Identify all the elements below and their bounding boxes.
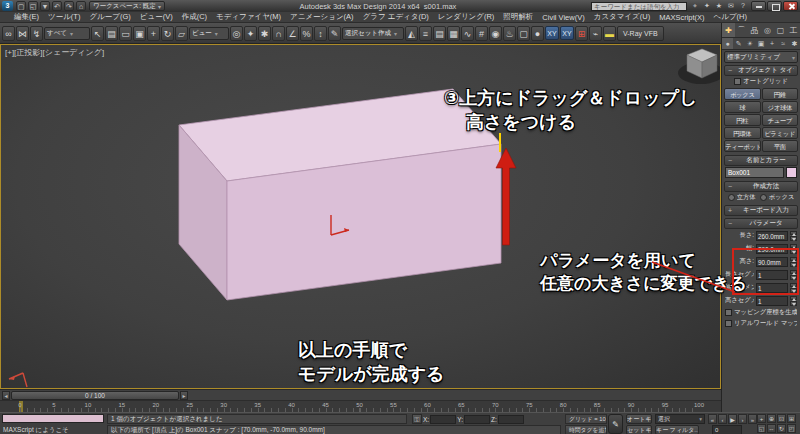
menu-item[interactable]: グループ(G) [89, 12, 130, 22]
menu-item[interactable]: アニメーション(A) [290, 12, 354, 22]
spinner-arrows[interactable] [790, 231, 797, 241]
select-and-move-icon[interactable]: + [147, 26, 160, 41]
select-and-manipulate-icon[interactable]: ✦ [244, 26, 257, 41]
track-bar[interactable]: 0510152025303540455055606570758085909510… [0, 400, 721, 412]
window-crossing-icon[interactable]: ▣ [133, 26, 146, 41]
graphite-ribbon-icon[interactable]: ▦ [447, 26, 460, 41]
maximize-viewport-toggle-icon[interactable]: ◰ [787, 424, 796, 433]
viewport-label[interactable]: [+][正投影][シェーディング] [5, 47, 104, 58]
orbit-icon[interactable]: ↻ [777, 424, 786, 433]
angle-snap-icon[interactable]: ∠ [286, 26, 299, 41]
spinner-arrows[interactable] [790, 296, 797, 306]
x-coordinate-field[interactable] [430, 415, 456, 424]
rollout-name-color[interactable]: − 名前とカラー [724, 155, 798, 166]
parameter-value-field[interactable]: 1 [756, 296, 788, 306]
time-slider-handle[interactable]: 0 / 100 [11, 391, 179, 400]
primitive-button[interactable]: 円錐 [762, 88, 799, 100]
viewport[interactable]: [+][正投影][シェーディング] [0, 44, 721, 389]
zoom-region-icon[interactable]: ◱ [757, 424, 766, 433]
project-folder-icon[interactable]: ⌂ [76, 1, 86, 11]
search-go-icon[interactable]: ⌖ [690, 1, 700, 11]
align-icon[interactable]: ≡ [419, 26, 432, 41]
space-warps-category-icon[interactable]: ≈ [778, 38, 789, 49]
percent-snap-icon[interactable]: % [300, 26, 313, 41]
zoom-extents-all-icon[interactable]: ⊞ [787, 414, 796, 423]
axis-constraint-button[interactable]: XY [560, 26, 574, 40]
menu-item[interactable]: ヘルプ(H) [714, 12, 747, 22]
primitive-button[interactable]: ボックス [724, 88, 761, 100]
utilities-tab[interactable]: 工 [787, 23, 800, 37]
primitive-button[interactable]: 円環体 [724, 127, 761, 139]
display-tab[interactable]: ▢ [774, 23, 787, 37]
menu-item[interactable]: レンダリング(R) [438, 12, 494, 22]
previous-frame-button[interactable]: ‹ [718, 414, 727, 424]
spinner-arrows[interactable] [790, 257, 797, 267]
selection-region-icon[interactable]: ▭ [119, 26, 132, 41]
object-name-field[interactable]: Box001 [725, 167, 784, 178]
yellow-bar-icon[interactable]: ▬ [603, 26, 616, 41]
undo-icon[interactable]: ↶ [52, 1, 62, 11]
key-filters-button[interactable]: キー フィルタ... [655, 425, 699, 434]
vray-vfb-button[interactable]: V-Ray VFB [617, 26, 664, 41]
rollout-object-type[interactable]: − オブジェクト タイプ [724, 65, 798, 76]
creation-method-option[interactable]: 立方体 [728, 193, 756, 202]
hierarchy-tab[interactable]: 品 [748, 23, 761, 37]
render-production-icon[interactable]: ● [531, 26, 544, 41]
rendered-frame-window-icon[interactable]: ▢ [517, 26, 530, 41]
menu-item[interactable]: モディファイヤ(M) [216, 12, 281, 22]
edit-named-selection-sets-icon[interactable]: ✎ [328, 26, 341, 41]
favorites-icon[interactable]: ★ [714, 1, 724, 11]
primitive-button[interactable]: チューブ [762, 114, 799, 126]
previous-frame-arrow[interactable]: ◂ [2, 391, 10, 400]
go-to-end-button[interactable]: » [748, 414, 757, 424]
current-frame-field[interactable]: 0 [712, 425, 742, 434]
menu-item[interactable]: 照明解析 [503, 12, 533, 22]
use-pivot-center-icon[interactable]: ◎ [230, 26, 243, 41]
infocenter-search-input[interactable] [591, 2, 687, 11]
primitive-button[interactable]: ティーポット [724, 140, 761, 152]
auto-key-button[interactable]: オートキー [626, 414, 652, 424]
schematic-view-icon[interactable]: # [475, 26, 488, 41]
primitive-button[interactable]: ピラミッド [762, 127, 799, 139]
minimize-button[interactable] [751, 1, 766, 11]
axis-constraint-button[interactable]: XY [545, 26, 559, 40]
select-by-name-icon[interactable]: ▤ [105, 26, 118, 41]
zoom-extents-icon[interactable]: ⊡ [777, 414, 786, 423]
selection-filter-dropdown[interactable]: すべて [44, 27, 90, 40]
spinner-snap-icon[interactable]: ↕ [314, 26, 327, 41]
dash-line-icon[interactable]: ⌁ [589, 26, 602, 41]
select-object-icon[interactable]: ↖ [91, 26, 104, 41]
motion-tab[interactable]: ◎ [761, 23, 774, 37]
select-and-rotate-icon[interactable]: ↻ [161, 26, 174, 41]
exchange-apps-icon[interactable]: ✦ [702, 1, 712, 11]
primitive-category-dropdown[interactable]: 標準プリミティブ [724, 51, 798, 63]
creation-method-option[interactable]: ボックス [760, 193, 795, 202]
selection-lock-icon[interactable]: ⚿ [412, 414, 422, 424]
communication-center-icon[interactable]: ✉ [726, 1, 736, 11]
status-extra-button[interactable]: ✎ [608, 414, 623, 434]
rollout-creation-method[interactable]: − 作成方法 [724, 181, 798, 192]
modify-tab[interactable]: ⌒ [735, 23, 748, 37]
next-frame-arrow[interactable]: ▸ [180, 391, 188, 400]
next-frame-button[interactable]: › [738, 414, 747, 424]
help-icon[interactable]: ? [738, 1, 748, 11]
maxscript-listener[interactable]: MAXScript にようこそ [3, 425, 103, 434]
create-tab[interactable]: ✚ [722, 23, 735, 37]
menu-item[interactable]: MAXScript(X) [659, 13, 704, 22]
open-file-icon[interactable]: ◱ [28, 1, 38, 11]
add-time-tag-button[interactable]: 時間タグを追加 [565, 425, 607, 434]
primitive-button[interactable]: 平面 [762, 140, 799, 152]
workspace-dropdown[interactable]: ワークスペース: 既定 [89, 1, 165, 11]
parameter-value-field[interactable]: 1 [756, 270, 788, 280]
curve-editor-icon[interactable]: ∿ [461, 26, 474, 41]
autogrid-checkbox[interactable] [734, 78, 741, 85]
new-scene-icon[interactable]: ▢ [16, 1, 26, 11]
spinner-arrows[interactable] [790, 283, 797, 293]
parameter-checkbox-row[interactable]: マッピング座標を生成 [722, 307, 800, 318]
cameras-category-icon[interactable]: ▣ [755, 38, 766, 49]
bind-to-space-warp-icon[interactable]: ↯ [30, 26, 43, 41]
menu-item[interactable]: グラフ エディタ(D) [363, 12, 429, 22]
lights-category-icon[interactable]: ☀ [744, 38, 755, 49]
primitive-button[interactable]: 球 [724, 101, 761, 113]
snap-toggle-3d-icon[interactable]: ∩ [272, 26, 285, 41]
